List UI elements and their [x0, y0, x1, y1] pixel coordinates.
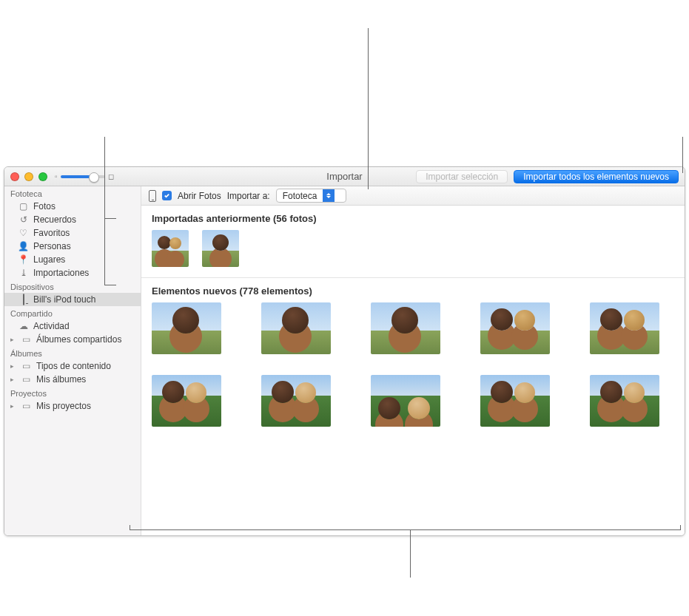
sidebar-item-label: Tipos de contenido	[36, 361, 111, 371]
import-all-new-button[interactable]: Importar todos los elementos nuevos	[514, 170, 679, 183]
sidebar-header-albumes: Álbumes	[4, 346, 141, 359]
sidebar-item-label: Actividad	[33, 321, 70, 331]
pin-icon: 📍	[18, 254, 29, 265]
sidebar-item-recuerdos[interactable]: ↺Recuerdos	[4, 213, 141, 226]
photo-scroll-area[interactable]: Importadas anteriormente (56 fotos) Elem…	[141, 206, 685, 535]
sidebar-item-device[interactable]: Bill's iPod touch	[4, 293, 141, 306]
callout-tick	[104, 285, 116, 285]
sidebar-item-label: Mis álbumes	[36, 374, 86, 385]
sidebar-header-proyectos: Proyectos	[4, 386, 141, 399]
sidebar-item-label: Lugares	[33, 254, 65, 265]
cloud-icon: ☁	[18, 321, 29, 331]
chevron-right-icon: ▸	[10, 402, 16, 410]
callout-line-new-items	[410, 529, 411, 578]
photo-thumbnail[interactable]	[590, 302, 659, 354]
main-content: Abrir Fotos Importar a: Fototeca Importa…	[141, 186, 685, 535]
import-to-select[interactable]: Fototeca	[276, 189, 346, 203]
album-icon: ▭	[21, 374, 32, 385]
album-icon: ▭	[21, 334, 32, 345]
person-icon: 👤	[18, 241, 29, 251]
photo-thumbnail[interactable]	[371, 375, 440, 427]
callout-bracket	[130, 529, 681, 530]
photo-icon: ▢	[18, 201, 29, 211]
close-window-button[interactable]	[10, 172, 19, 181]
photo-thumbnail[interactable]	[590, 375, 659, 427]
import-bar: Abrir Fotos Importar a: Fototeca	[141, 186, 685, 206]
photo-thumbnail[interactable]	[152, 302, 221, 354]
sidebar-item-importaciones[interactable]: ⤓Importaciones	[4, 266, 141, 280]
sidebar-header-dispositivos: Dispositivos	[4, 280, 141, 293]
zoom-window-button[interactable]	[38, 172, 47, 181]
open-photos-checkbox[interactable]	[162, 191, 172, 200]
previously-imported-title: Importadas anteriormente (56 fotos)	[141, 206, 685, 230]
window-controls	[10, 172, 47, 181]
clock-icon: ↺	[18, 214, 29, 225]
device-icon	[18, 294, 29, 305]
album-icon: ▭	[21, 361, 32, 371]
photo-thumbnail[interactable]	[261, 302, 331, 354]
sidebar-item-label: Recuerdos	[33, 214, 76, 225]
photo-thumbnail[interactable]	[202, 230, 239, 267]
new-items-title: Elementos nuevos (778 elementos)	[141, 278, 685, 302]
new-items-grid	[141, 302, 685, 427]
callout-bracket-end	[130, 525, 130, 530]
photo-thumbnail[interactable]	[480, 375, 550, 427]
sidebar-item-albumes-compartidos[interactable]: ▸▭Álbumes compartidos	[4, 333, 141, 346]
sidebar-item-label: Mis proyectos	[36, 401, 91, 411]
zoom-out-icon: ▫	[55, 172, 58, 180]
callout-line-import-to	[368, 28, 369, 189]
chevron-right-icon: ▸	[10, 376, 16, 383]
sidebar-item-fotos[interactable]: ▢Fotos	[4, 200, 141, 213]
photo-thumbnail[interactable]	[371, 302, 440, 354]
app-window: ▫ ◻ Importar Importar selección Importar…	[4, 166, 685, 536]
open-photos-label: Abrir Fotos	[178, 191, 221, 201]
sidebar-item-actividad[interactable]: ☁Actividad	[4, 319, 141, 333]
sidebar: Fototeca ▢Fotos ↺Recuerdos ♡Favoritos 👤P…	[4, 186, 141, 535]
heart-icon: ♡	[18, 228, 29, 238]
callout-bracket-end	[680, 525, 681, 530]
previously-imported-grid	[141, 230, 685, 267]
titlebar: ▫ ◻ Importar Importar selección Importar…	[4, 167, 685, 186]
import-to-label: Importar a:	[227, 191, 270, 201]
sidebar-header-compartido: Compartido	[4, 306, 141, 319]
sidebar-item-label: Favoritos	[33, 228, 70, 238]
device-icon	[149, 190, 156, 202]
select-arrows-icon	[323, 189, 335, 202]
photo-thumbnail[interactable]	[480, 302, 550, 354]
minimize-window-button[interactable]	[24, 172, 33, 181]
sidebar-item-favoritos[interactable]: ♡Favoritos	[4, 226, 141, 240]
thumbnail-size-slider[interactable]	[61, 175, 105, 178]
album-icon: ▭	[21, 401, 32, 411]
photo-thumbnail[interactable]	[152, 375, 221, 427]
chevron-right-icon: ▸	[10, 362, 16, 370]
sidebar-item-label: Álbumes compartidos	[36, 334, 121, 345]
callout-tick	[104, 218, 116, 219]
import-selection-button[interactable]: Importar selección	[416, 170, 508, 183]
callout-line-previously-imported	[104, 137, 105, 285]
callout-line-import-all	[682, 137, 683, 173]
sidebar-item-label: Bill's iPod touch	[33, 294, 95, 305]
sidebar-item-personas[interactable]: 👤Personas	[4, 240, 141, 253]
chevron-right-icon: ▸	[10, 336, 16, 343]
sidebar-item-label: Personas	[33, 241, 71, 251]
sidebar-item-label: Fotos	[33, 201, 56, 211]
sidebar-item-mis-albumes[interactable]: ▸▭Mis álbumes	[4, 373, 141, 386]
sidebar-item-mis-proyectos[interactable]: ▸▭Mis proyectos	[4, 399, 141, 413]
zoom-in-icon: ◻	[108, 172, 114, 180]
sidebar-item-label: Importaciones	[33, 268, 89, 278]
sidebar-item-lugares[interactable]: 📍Lugares	[4, 253, 141, 266]
photo-thumbnail[interactable]	[152, 230, 189, 267]
sidebar-item-tipos-contenido[interactable]: ▸▭Tipos de contenido	[4, 359, 141, 373]
sidebar-header-fototeca: Fototeca	[4, 186, 141, 200]
download-icon: ⤓	[18, 268, 29, 278]
import-to-value: Fototeca	[277, 191, 323, 201]
photo-thumbnail[interactable]	[261, 375, 331, 427]
